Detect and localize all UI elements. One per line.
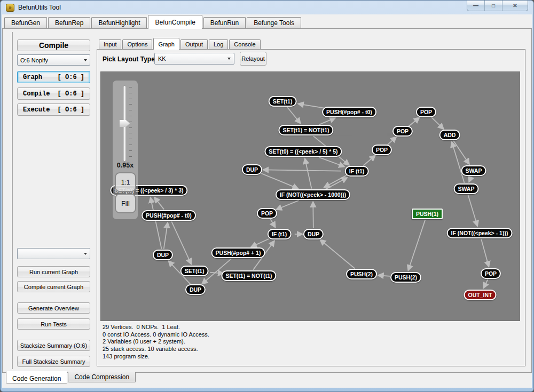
minimize-icon: — [473,3,478,9]
slider-tick [129,104,132,105]
stacksize-summary-o-6-button[interactable]: Stacksize Summary (O:6) [17,340,90,351]
slider-tick [129,145,132,145]
graph-node-if-not-peek-1000[interactable]: IF (NOT((<peek> - 1000))) [276,189,350,200]
graph-node-set-t1[interactable]: SET(t1) [269,96,297,107]
status-line: 0 const IO Access. 0 dynamic IO Access. [103,331,209,339]
status-line: 25 stack access. 10 variable access. [103,346,209,353]
scope-label: [ O:6 ] [58,106,84,114]
run-current-graph-button[interactable]: Run current Graph [17,266,90,277]
code-generation-page: Compile O:6 Nopify Graph[ O:6 ]Compile[ … [2,28,532,373]
compile-label: Compile [23,90,50,98]
graph-o6-button[interactable]: Graph[ O:6 ] [17,71,90,83]
graph-node-pop[interactable]: POP [392,126,413,137]
graph-node-push-pop-t0[interactable]: PUSH(#pop# - t0) [322,107,376,117]
graph-node-out-int[interactable]: OUT_INT [464,290,497,300]
compile-current-graph-button[interactable]: Compile current Graph [17,281,90,292]
zoom-slider-thumb[interactable] [120,120,130,127]
tab-graph[interactable]: Graph [153,38,179,50]
layout-type-select[interactable]: KK [154,53,234,65]
compile-o6-button[interactable]: Compile[ O:6 ] [17,87,90,100]
graph-node-if-not-peek-1[interactable]: IF (NOT((<peek> - 1))) [447,228,513,238]
graph-edge [171,221,191,264]
main-tabstrip: BefunGenBefunRepBefunHighlightBefunCompi… [2,15,532,28]
slider-tick [129,139,132,139]
graph-node-if-t1[interactable]: IF (t1) [268,229,292,239]
relayout-button[interactable]: Relayout [240,52,266,66]
bottom-tab-code-compression[interactable]: Code Compression [68,372,136,382]
graph-node-dup[interactable]: DUP [242,164,262,175]
graph-node-set-t1[interactable]: SET(t1) [180,266,209,276]
graph-edge [409,117,419,126]
graph-node-push-pop-t0[interactable]: PUSH(#pop# - t0) [142,210,196,221]
generate-overview-button[interactable]: Generate Overview [17,302,90,314]
graph-node-push-1[interactable]: PUSH(1) [412,209,443,219]
slider-tick [129,116,132,116]
graph-node-set-t0-peek-5-5[interactable]: SET(t0) = ((<peek> / 5) * 5) [264,146,342,157]
graph-node-pop[interactable]: POP [481,268,501,279]
graph-node-dup[interactable]: DUP [303,229,324,239]
graph-node-push-2[interactable]: PUSH(2) [346,269,377,279]
graph-node-if-t1[interactable]: IF (t1) [345,166,369,177]
status-line: 29 Vertices. 0 NOPs. 1 Leaf. [103,324,209,331]
scope-label: [ O:6 ] [58,74,84,81]
maximize-button[interactable]: □ [485,1,502,11]
zoom-one-to-one-button[interactable]: 1:1 [115,172,136,192]
tab-log[interactable]: Log [209,39,228,49]
sidebar-splitter[interactable] [11,32,13,369]
graph-node-add[interactable]: ADD [439,130,460,140]
graph-node-dup[interactable]: DUP [153,250,173,260]
compile-button[interactable]: Compile [17,39,90,51]
execute-o6-button[interactable]: Execute[ O:6 ] [17,103,90,116]
main-tab-befunge-tools[interactable]: Befunge Tools [247,17,301,28]
minimize-button[interactable]: — [467,1,485,11]
graph-node-swap[interactable]: SWAP [454,183,479,194]
main-tab-befunrun[interactable]: BefunRun [203,17,246,28]
titlebar[interactable]: » BefunUtils Tool — □ ✕ [1,1,533,14]
scope-label: [ O:6 ] [58,90,84,98]
tab-output[interactable]: Output [180,39,208,49]
graph-node-pop[interactable]: POP [257,208,277,219]
layout-type-value: KK [158,55,166,62]
graph-node-pop[interactable]: POP [372,145,392,155]
graph-edge [481,239,489,267]
graph-edge [431,117,444,129]
secondary-select[interactable] [17,248,90,259]
close-button[interactable]: ✕ [502,1,528,11]
graph-edge [388,137,397,145]
zoom-fill-button[interactable]: Fill [115,194,136,213]
tab-console[interactable]: Console [229,39,260,49]
run-tests-button[interactable]: Run Tests [17,318,90,330]
tab-options[interactable]: Options [122,39,152,49]
graph-node-swap[interactable]: SWAP [461,165,486,176]
full-stacksize-summary-button[interactable]: Full Stacksize Summary [17,356,90,367]
main-tab-befungen[interactable]: BefunGen [4,17,47,28]
graph-edge [276,201,299,210]
graph-edge [251,239,269,247]
graph-node-push-pop-1[interactable]: PUSH(#pop# + 1) [211,247,265,258]
graph-node-pop[interactable]: POP [416,107,436,117]
window-title: BefunUtils Tool [18,4,61,11]
main-tab-befunhighlight[interactable]: BefunHighlight [91,17,147,28]
graph-canvas[interactable]: 0.95x 1:1 Fill SET(t1)PUSH(#pop# - t0)PO… [100,71,520,321]
preset-select[interactable]: O:6 Nopify [17,54,90,66]
graph-node-set-t1-not-t1[interactable]: SET(t1) = NOT(t1) [221,270,276,281]
graph-node-push-2[interactable]: PUSH(2) [390,272,421,283]
graph-node-set-t1-not-t1[interactable]: SET(t1) = NOT(t1) [278,125,333,135]
slider-tick [129,127,132,128]
main-tab-befuncompile[interactable]: BefunCompile [148,15,202,29]
bottom-tab-code-generation[interactable]: Code Generation [6,371,67,383]
dropdown-arrow-icon [84,253,87,255]
tab-input[interactable]: Input [99,39,121,49]
graph-node-dup[interactable]: DUP [185,284,206,295]
slider-tick [129,99,132,99]
graph-edge [469,177,471,182]
window-controls: — □ ✕ [467,1,528,11]
graph-edge [270,219,275,228]
maximize-icon: □ [492,3,495,9]
graph-edge [287,107,301,124]
graph-edge [154,197,164,210]
graph-edge [263,170,341,171]
dropdown-arrow-icon [84,59,87,61]
main-tab-befunrep[interactable]: BefunRep [48,17,90,28]
graph-edge [468,195,477,226]
